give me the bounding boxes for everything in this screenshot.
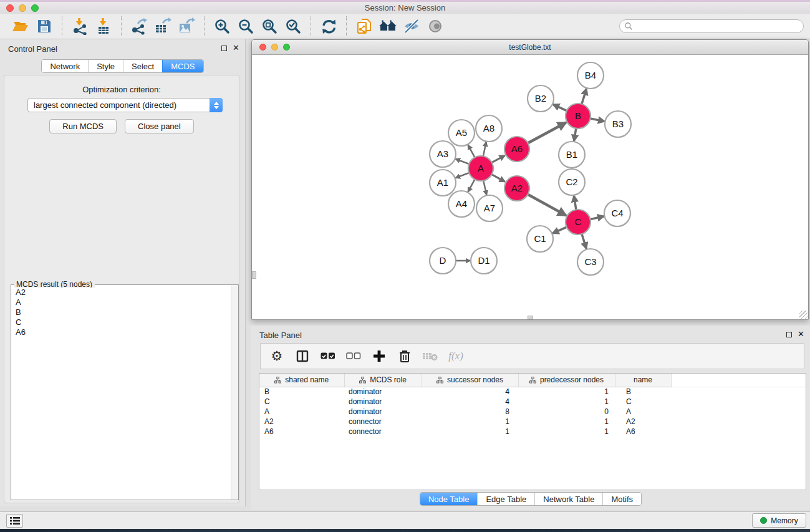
zoom-out-button[interactable]: [235, 16, 256, 37]
result-list-item[interactable]: A6: [12, 327, 230, 337]
network-canvas[interactable]: B4B2BB3A8A5A6A3B1AA1C2A2A4A7C4CC1C3DD1: [252, 56, 808, 319]
table-row[interactable]: B dominator 4 1 B: [259, 387, 806, 397]
graph-node-C2[interactable]: C2: [559, 169, 585, 195]
zoom-in-button[interactable]: [211, 16, 233, 37]
main-titlebar[interactable]: Session: New Session: [0, 2, 810, 14]
table-settings-button[interactable]: ⚙: [269, 348, 285, 364]
export-table-button[interactable]: [152, 16, 173, 37]
cell-successor-nodes[interactable]: 4: [422, 387, 518, 397]
cell-shared-name[interactable]: A: [259, 407, 344, 417]
delete-columns-button[interactable]: [397, 348, 413, 364]
unselect-all-columns-button[interactable]: [345, 348, 362, 364]
tab-edge-table[interactable]: Edge Table: [477, 493, 534, 505]
table-row[interactable]: A dominator 8 0 A: [259, 407, 806, 417]
close-panel-button[interactable]: Close panel: [125, 119, 194, 133]
cell-shared-name[interactable]: A2: [259, 417, 344, 427]
show-graphics-details-button[interactable]: [425, 16, 446, 37]
zoom-selected-button[interactable]: [282, 16, 304, 37]
cell-successor-nodes[interactable]: 1: [422, 417, 518, 427]
criterion-dropdown[interactable]: largest connected component (directed): [27, 98, 223, 112]
dropdown-stepper-icon[interactable]: [210, 98, 223, 112]
select-all-columns-button[interactable]: [320, 348, 336, 364]
result-scrollbar[interactable]: [231, 285, 238, 500]
graph-node-B4[interactable]: B4: [577, 62, 604, 89]
graph-node-B1[interactable]: B1: [559, 142, 585, 168]
result-list-item[interactable]: A: [12, 297, 230, 307]
graph-node-A5[interactable]: A5: [448, 120, 475, 146]
memory-button[interactable]: Memory: [752, 513, 806, 528]
network-window-titlebar[interactable]: testGlobe.txt: [252, 40, 808, 55]
table-row[interactable]: A6 connector 1 1 A6: [259, 427, 806, 437]
table-row[interactable]: C dominator 4 1 C: [259, 397, 806, 407]
show-columns-button[interactable]: [294, 348, 311, 364]
cell-predecessor-nodes[interactable]: 1: [518, 417, 615, 427]
cell-mcds-role[interactable]: connector: [344, 427, 422, 437]
search-field[interactable]: [619, 19, 804, 33]
graph-node-A2[interactable]: A2: [504, 176, 529, 201]
graph-node-C[interactable]: C: [566, 210, 591, 235]
cell-predecessor-nodes[interactable]: 1: [518, 387, 615, 397]
task-history-button[interactable]: [6, 514, 23, 528]
tab-mcds[interactable]: MCDS: [162, 60, 203, 72]
column-header-successor-nodes[interactable]: successor nodes: [422, 374, 518, 387]
home-views-button[interactable]: [377, 16, 398, 37]
tab-motifs[interactable]: Motifs: [602, 493, 641, 505]
run-mcds-button[interactable]: Run MCDS: [49, 119, 117, 133]
cell-mcds-role[interactable]: dominator: [344, 397, 422, 407]
cell-name[interactable]: A: [615, 407, 671, 417]
graph-node-C4[interactable]: C4: [604, 200, 630, 226]
cell-name[interactable]: B: [615, 387, 671, 397]
graph-node-A7[interactable]: A7: [476, 195, 503, 221]
graph-node-C1[interactable]: C1: [527, 226, 553, 252]
mcds-result-list[interactable]: A2 A B C A6: [12, 288, 230, 499]
tab-node-table[interactable]: Node Table: [420, 493, 478, 505]
tab-style[interactable]: Style: [88, 60, 123, 72]
save-session-button[interactable]: [34, 16, 55, 37]
result-list-item[interactable]: A2: [12, 288, 230, 297]
window-resize-grip[interactable]: [799, 311, 808, 319]
canvas-vertical-scrollbar[interactable]: [252, 271, 256, 279]
tab-network-table[interactable]: Network Table: [534, 493, 602, 505]
float-panel-icon[interactable]: [786, 332, 792, 337]
float-panel-icon[interactable]: [221, 46, 227, 51]
graph-node-A3[interactable]: A3: [430, 141, 456, 167]
cell-predecessor-nodes[interactable]: 0: [518, 407, 615, 417]
graph-node-A6[interactable]: A6: [504, 137, 529, 162]
export-network-button[interactable]: [128, 16, 150, 37]
export-image-button[interactable]: [176, 16, 197, 37]
cell-predecessor-nodes[interactable]: 1: [518, 397, 615, 407]
graph-node-D1[interactable]: D1: [471, 248, 497, 274]
search-input[interactable]: [633, 21, 803, 32]
graph-node-A[interactable]: A: [468, 156, 493, 181]
clone-network-button[interactable]: [354, 16, 375, 37]
cell-predecessor-nodes[interactable]: 1: [518, 427, 615, 437]
cell-name[interactable]: C: [615, 397, 671, 407]
graph-node-B2[interactable]: B2: [528, 85, 554, 112]
cell-successor-nodes[interactable]: 1: [422, 427, 518, 437]
cell-shared-name[interactable]: C: [259, 397, 344, 407]
cell-mcds-role[interactable]: connector: [344, 417, 422, 427]
graph-node-C3[interactable]: C3: [577, 249, 604, 275]
graph-node-B3[interactable]: B3: [605, 111, 631, 137]
table-row[interactable]: A2 connector 1 1 A2: [259, 417, 806, 427]
cell-name[interactable]: A2: [615, 417, 671, 427]
graph-node-A4[interactable]: A4: [448, 191, 475, 217]
cell-mcds-role[interactable]: dominator: [344, 387, 422, 397]
cell-mcds-role[interactable]: dominator: [344, 407, 422, 417]
graph-node-D[interactable]: D: [430, 248, 456, 274]
column-header-predecessor-nodes[interactable]: predecessor nodes: [518, 374, 615, 387]
network-view-window[interactable]: testGlobe.txt B4B2BB3A8A5A6A3B1AA1C2A2A4…: [251, 39, 809, 320]
graph-node-A1[interactable]: A1: [430, 170, 456, 196]
canvas-horizontal-scrollbar[interactable]: [528, 316, 533, 319]
cell-successor-nodes[interactable]: 8: [422, 407, 518, 417]
cell-shared-name[interactable]: B: [259, 387, 344, 397]
cell-successor-nodes[interactable]: 4: [422, 397, 518, 407]
cell-shared-name[interactable]: A6: [259, 427, 344, 437]
tab-network[interactable]: Network: [42, 60, 88, 72]
tab-select[interactable]: Select: [123, 60, 162, 72]
column-header-name[interactable]: name: [615, 374, 671, 387]
open-session-button[interactable]: [10, 16, 31, 37]
import-network-button[interactable]: [69, 16, 90, 37]
network-graph[interactable]: B4B2BB3A8A5A6A3B1AA1C2A2A4A7C4CC1C3DD1: [252, 56, 808, 319]
graph-node-A8[interactable]: A8: [476, 115, 502, 142]
